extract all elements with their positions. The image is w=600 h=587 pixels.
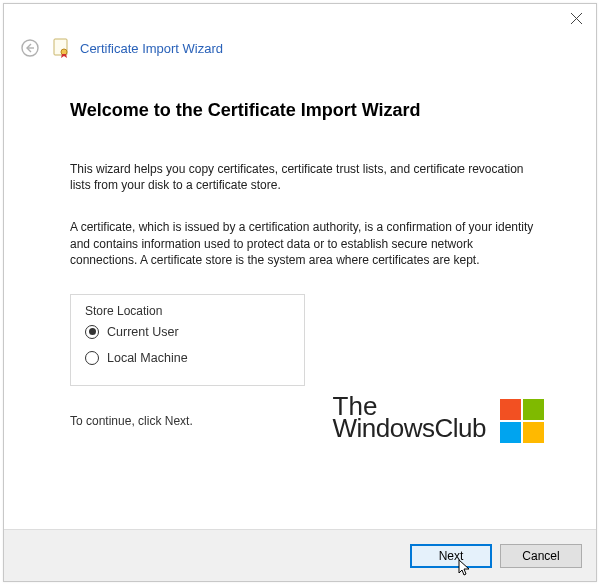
cancel-button[interactable]: Cancel — [500, 544, 582, 568]
store-location-legend: Store Location — [81, 304, 166, 318]
next-button[interactable]: Next — [410, 544, 492, 568]
radio-current-user[interactable]: Current User — [85, 319, 290, 345]
radio-local-machine[interactable]: Local Machine — [85, 345, 290, 371]
wizard-title: Certificate Import Wizard — [80, 41, 223, 56]
close-icon — [571, 13, 582, 24]
wizard-header: Certificate Import Wizard — [4, 36, 596, 70]
back-button[interactable] — [18, 36, 42, 60]
wizard-content: Welcome to the Certificate Import Wizard… — [4, 70, 596, 529]
radio-label: Current User — [107, 325, 179, 339]
wizard-footer: Next Cancel — [4, 529, 596, 581]
titlebar — [4, 4, 596, 36]
store-location-group: Store Location Current User Local Machin… — [70, 294, 305, 386]
welcome-heading: Welcome to the Certificate Import Wizard — [70, 100, 536, 121]
back-arrow-icon — [20, 38, 40, 58]
radio-icon — [85, 351, 99, 365]
next-button-label: Next — [439, 549, 464, 563]
cancel-button-label: Cancel — [522, 549, 559, 563]
radio-label: Local Machine — [107, 351, 188, 365]
close-button[interactable] — [556, 4, 596, 32]
intro-paragraph-2: A certificate, which is issued by a cert… — [70, 219, 536, 268]
radio-icon — [85, 325, 99, 339]
certificate-icon — [52, 38, 70, 58]
intro-paragraph-1: This wizard helps you copy certificates,… — [70, 161, 536, 193]
wizard-window: Certificate Import Wizard Welcome to the… — [3, 3, 597, 582]
continue-hint: To continue, click Next. — [70, 414, 536, 428]
